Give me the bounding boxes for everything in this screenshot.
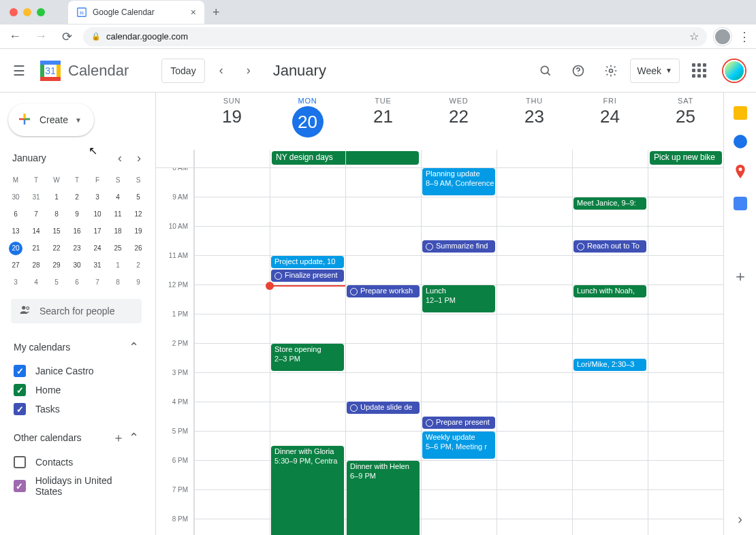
- day-header[interactable]: WED22: [421, 93, 497, 150]
- address-bar[interactable]: 🔒 calendar.google.com ☆: [83, 27, 707, 46]
- addons-button[interactable]: ＋: [733, 266, 748, 287]
- mini-day[interactable]: 5: [46, 274, 67, 291]
- mini-day[interactable]: 1: [46, 189, 67, 206]
- search-people-input[interactable]: Search for people: [11, 299, 142, 323]
- task-event[interactable]: Prepare worksh: [347, 285, 420, 297]
- calendar-item[interactable]: Contacts: [10, 453, 143, 472]
- allday-cell[interactable]: [421, 150, 497, 167]
- calendar-event[interactable]: Lunch12–1 PM: [422, 285, 495, 312]
- mini-day[interactable]: 9: [67, 206, 87, 223]
- mini-day[interactable]: 2: [128, 257, 148, 274]
- browser-forward-button[interactable]: →: [31, 29, 50, 44]
- mini-next-button[interactable]: ›: [129, 148, 148, 167]
- mini-day[interactable]: 1: [108, 257, 128, 274]
- mini-day[interactable]: 22: [46, 240, 67, 257]
- mini-day[interactable]: 30: [5, 189, 26, 206]
- collapse-panel-button[interactable]: ›: [738, 511, 742, 527]
- mini-day[interactable]: 16: [67, 223, 87, 240]
- task-event[interactable]: Reach out to To: [573, 240, 646, 253]
- calendar-event[interactable]: Weekly update5–6 PM, Meeting r: [422, 432, 495, 459]
- mini-day[interactable]: 6: [5, 206, 26, 223]
- mini-day[interactable]: 28: [26, 257, 46, 274]
- view-selector[interactable]: Week▼: [630, 59, 680, 83]
- mini-day[interactable]: 7: [87, 274, 108, 291]
- next-period-button[interactable]: ›: [238, 60, 259, 82]
- mini-day[interactable]: 5: [128, 189, 148, 206]
- mini-day[interactable]: 26: [128, 240, 148, 257]
- mini-day[interactable]: 13: [5, 223, 26, 240]
- allday-event[interactable]: Pick up new bike: [650, 151, 722, 165]
- day-header[interactable]: MON20: [270, 93, 345, 150]
- day-header[interactable]: TUE21: [345, 93, 421, 150]
- search-button[interactable]: [532, 57, 559, 84]
- mini-day[interactable]: 29: [46, 257, 67, 274]
- today-button[interactable]: Today: [161, 59, 204, 83]
- mini-day[interactable]: 23: [67, 240, 87, 257]
- mini-day[interactable]: 4: [108, 189, 128, 206]
- checkbox[interactable]: [14, 365, 26, 377]
- mini-day[interactable]: 12: [128, 206, 148, 223]
- mini-day[interactable]: 2: [67, 189, 87, 206]
- mini-day[interactable]: 20: [5, 240, 26, 257]
- task-event[interactable]: Finalize present: [271, 270, 344, 282]
- mini-day[interactable]: 15: [46, 223, 67, 240]
- calendar-event[interactable]: Planning update8–9 AM, Conference: [422, 168, 495, 195]
- bookmark-icon[interactable]: ☆: [689, 30, 699, 43]
- mini-day[interactable]: 4: [26, 274, 46, 291]
- calendar-item[interactable]: Holidays in United States: [10, 472, 143, 500]
- mini-day[interactable]: 18: [108, 223, 128, 240]
- mini-day[interactable]: 10: [87, 206, 108, 223]
- allday-cell[interactable]: [345, 150, 421, 167]
- maps-icon[interactable]: [734, 163, 747, 182]
- browser-menu-icon[interactable]: ⋮: [738, 29, 751, 44]
- day-header[interactable]: FRI24: [572, 93, 648, 150]
- mini-day[interactable]: 8: [46, 206, 67, 223]
- checkbox[interactable]: [14, 403, 26, 415]
- mini-day[interactable]: 31: [87, 257, 108, 274]
- mini-day[interactable]: 3: [5, 274, 26, 291]
- settings-button[interactable]: [597, 57, 625, 84]
- calendar-item[interactable]: Tasks: [10, 400, 143, 419]
- calendar-event[interactable]: Store opening2–3 PM: [271, 344, 344, 371]
- checkbox[interactable]: [14, 480, 26, 492]
- window-zoom-icon[interactable]: [37, 8, 45, 16]
- calendar-event[interactable]: Meet Janice, 9–9:: [573, 197, 646, 210]
- calendar-event[interactable]: Project update, 10: [271, 256, 344, 268]
- contacts-icon[interactable]: [734, 197, 747, 210]
- add-calendar-icon[interactable]: ＋: [112, 429, 125, 446]
- mini-day[interactable]: 8: [108, 274, 128, 291]
- prev-period-button[interactable]: ‹: [210, 60, 232, 82]
- mini-day[interactable]: 6: [67, 274, 87, 291]
- mini-day[interactable]: 9: [128, 274, 148, 291]
- main-menu-button[interactable]: ☰: [5, 57, 33, 84]
- mini-prev-button[interactable]: ‹: [110, 148, 129, 167]
- allday-cell[interactable]: [572, 150, 648, 167]
- new-tab-button[interactable]: +: [212, 5, 220, 20]
- browser-reload-button[interactable]: ⟳: [57, 29, 76, 44]
- other-calendars-header[interactable]: Other calendars ＋ ⌃: [10, 425, 143, 453]
- mini-day[interactable]: 25: [108, 240, 128, 257]
- day-header[interactable]: SAT25: [648, 93, 723, 150]
- my-calendars-header[interactable]: My calendars ⌃: [10, 336, 143, 361]
- task-event[interactable]: Summarize find: [422, 240, 495, 253]
- allday-cell[interactable]: [194, 150, 270, 167]
- allday-cell[interactable]: [497, 150, 572, 167]
- allday-cell[interactable]: NY design days: [270, 150, 345, 167]
- browser-back-button[interactable]: ←: [5, 29, 25, 44]
- create-button[interactable]: Create ▼: [8, 103, 94, 136]
- mini-day[interactable]: 7: [26, 206, 46, 223]
- mini-day[interactable]: 24: [87, 240, 108, 257]
- calendar-item[interactable]: Home: [10, 380, 143, 400]
- tab-close-icon[interactable]: ×: [191, 7, 196, 18]
- calendar-event[interactable]: Lunch with Noah,: [573, 285, 646, 297]
- task-event[interactable]: Prepare present: [422, 417, 495, 429]
- mini-day[interactable]: 14: [26, 223, 46, 240]
- support-button[interactable]: [565, 57, 592, 84]
- mini-day[interactable]: 21: [26, 240, 46, 257]
- keep-icon[interactable]: [734, 106, 747, 120]
- window-close-icon[interactable]: [10, 8, 18, 16]
- mini-day[interactable]: 3: [87, 189, 108, 206]
- mini-day[interactable]: 27: [5, 257, 26, 274]
- mini-day[interactable]: 30: [67, 257, 87, 274]
- calendar-item[interactable]: Janice Castro: [10, 361, 143, 380]
